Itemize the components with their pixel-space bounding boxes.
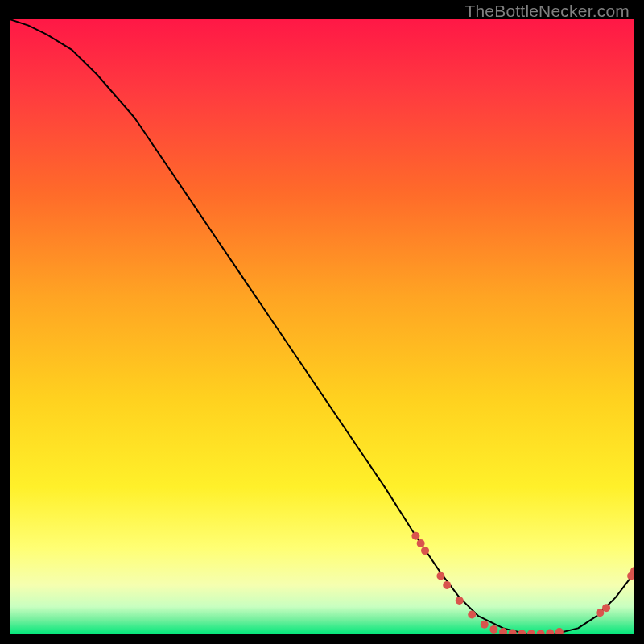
marker-dot [468,611,476,619]
marker-dot [411,532,419,540]
marker-dot [421,547,429,555]
bottleneck-chart [10,19,634,634]
marker-dot [443,581,451,589]
marker-dot [456,597,464,605]
marker-dot [489,625,497,634]
attribution-text: TheBottleNecker.com [464,2,630,21]
marker-dot [602,604,610,612]
marker-dot [417,539,425,547]
marker-dot [481,621,489,629]
gradient-background [10,19,634,634]
marker-dot [436,572,444,580]
